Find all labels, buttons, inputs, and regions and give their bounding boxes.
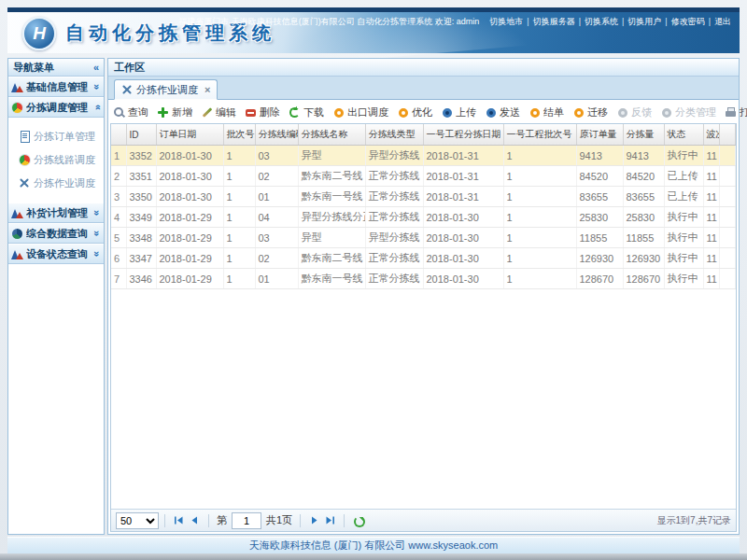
table-cell: 已上传 xyxy=(664,187,703,207)
table-cell: 02 xyxy=(255,248,298,269)
row-number-cell: 7 xyxy=(111,269,126,289)
tab-sorting-job[interactable]: 分拣作业调度 × xyxy=(114,79,218,100)
optimize-button[interactable]: 优化 xyxy=(397,105,432,119)
refresh-button[interactable] xyxy=(353,514,368,526)
chart-icon xyxy=(11,248,23,260)
sidebar-group-data-query[interactable]: 综合数据查询» xyxy=(8,223,104,244)
column-header: 原订单量 xyxy=(576,124,623,146)
table-cell-filler xyxy=(719,269,735,289)
first-page-button[interactable] xyxy=(174,515,184,525)
table-cell: 1 xyxy=(223,187,255,207)
migrate-button[interactable]: 迁移 xyxy=(572,105,608,119)
table-cell: 异型分拣线 xyxy=(365,146,423,166)
switch-city-link[interactable]: 切换地市 xyxy=(489,17,523,26)
table-cell: 3346 xyxy=(126,269,156,289)
table-cell: 异型 xyxy=(298,146,365,166)
sidebar-group-label: 补货计划管理 xyxy=(26,206,94,220)
table-cell: 01 xyxy=(255,187,298,207)
table-cell-filler xyxy=(719,146,735,166)
table-cell: 黔东南二号线 xyxy=(298,166,365,187)
page-size-select[interactable]: 50 xyxy=(116,512,159,529)
sidebar-item-sorting-route[interactable]: 分拣线路调度 xyxy=(8,148,104,172)
table-cell: 黔东南一号线 xyxy=(298,187,365,207)
table-cell: 正常分拣线 xyxy=(365,187,423,207)
print-button[interactable]: 打印 xyxy=(725,105,747,119)
search-button[interactable]: 查询 xyxy=(113,105,148,119)
header-welcome-text: 福建省厦门市 天海欧康科技信息(厦门)有限公司 自动化分拣管理系统 欢迎: ad… xyxy=(178,16,479,28)
toolbar: 查询新增编辑删除下载出口调度优化上传发送结单迁移反馈分类管理打印帮助 xyxy=(108,100,739,124)
table-cell: 126930 xyxy=(623,248,664,269)
page-number-input[interactable] xyxy=(232,512,261,529)
table-cell: 1 xyxy=(223,228,255,248)
table-cell: 1 xyxy=(503,146,576,166)
main-panel: 工作区 分拣作业调度 × 查询新增编辑删除下载出口调度优化上传发送结单迁移反馈分… xyxy=(107,58,740,535)
sidebar-item-sorting-order[interactable]: 分拣订单管理 xyxy=(8,125,104,148)
table-row[interactable]: 333502018-01-30101黔东南一号线正常分拣线2018-01-311… xyxy=(111,187,736,207)
table-cell: 2018-01-30 xyxy=(156,146,223,166)
logout-link[interactable]: 退出 xyxy=(714,17,731,26)
close-order-button[interactable]: 结单 xyxy=(529,105,564,119)
feedback-button: 反馈 xyxy=(616,105,652,119)
sidebar-group-sorting-dispatch[interactable]: 分拣调度管理» xyxy=(8,97,104,118)
sidebar-group-label: 综合数据查询 xyxy=(26,227,94,241)
table-row[interactable]: 633472018-01-29102黔东南二号线正常分拣线2018-01-301… xyxy=(111,248,736,269)
table-cell: 执行中 xyxy=(664,269,703,289)
table-cell: 执行中 xyxy=(664,248,703,269)
upload-button[interactable]: 上传 xyxy=(441,105,476,119)
change-password-link[interactable]: 修改密码 xyxy=(671,17,705,26)
next-page-button[interactable] xyxy=(309,515,319,525)
export-dispatch-button[interactable]: 出口调度 xyxy=(332,105,388,119)
send-button[interactable]: 发送 xyxy=(485,105,520,119)
switch-system-link[interactable]: 切换系统 xyxy=(585,17,618,26)
sidebar-group-label: 分拣调度管理 xyxy=(26,101,94,115)
sidebar-group-replenish-plan[interactable]: 补货计划管理» xyxy=(8,203,104,223)
footer-bar: 天海欧康科技信息 (厦门) 有限公司 www.skyseaok.com xyxy=(7,537,740,553)
toolbar-button-label: 优化 xyxy=(412,105,432,119)
table-row[interactable]: 733462018-01-29101黔东南一号线正常分拣线2018-01-301… xyxy=(111,269,736,289)
feedback-icon xyxy=(616,106,628,119)
download-button[interactable]: 下载 xyxy=(289,105,324,119)
link-separator: | xyxy=(579,17,581,26)
add-button[interactable]: 新增 xyxy=(157,105,192,119)
column-header-filler xyxy=(719,124,735,146)
table-cell: 正常分拣线 xyxy=(365,207,423,228)
edit-button[interactable]: 编辑 xyxy=(201,105,236,119)
sidebar-item-sorting-job[interactable]: 分拣作业调度 xyxy=(8,172,104,195)
link-separator: | xyxy=(665,17,667,26)
table-cell: 03 xyxy=(255,146,298,166)
sidebar-collapse-button[interactable]: « xyxy=(93,59,99,76)
table-cell: 1 xyxy=(223,166,255,187)
table-cell: 11 xyxy=(703,248,719,269)
delete-button[interactable]: 删除 xyxy=(245,105,280,119)
table-row[interactable]: 433492018-01-29104异型分拣线分正常烟正常分拣线2018-01-… xyxy=(111,207,736,228)
toolbar-button-label: 迁移 xyxy=(587,105,608,119)
table-cell: 11 xyxy=(703,207,719,228)
switch-user-link[interactable]: 切换用户 xyxy=(627,17,661,26)
table-cell: 3351 xyxy=(126,166,156,187)
pie-icon xyxy=(19,154,31,166)
toolbar-button-label: 发送 xyxy=(500,105,520,119)
sidebar-group-basic-info[interactable]: 基础信息管理» xyxy=(8,77,104,97)
prev-page-button[interactable] xyxy=(190,515,200,525)
separator xyxy=(164,514,165,527)
switch-server-link[interactable]: 切换服务器 xyxy=(533,17,575,26)
column-header: 波次号 xyxy=(703,124,719,146)
migrate-icon xyxy=(572,106,585,119)
table-cell: 异型 xyxy=(298,228,365,248)
sidebar-group-device-status[interactable]: 设备状态查询» xyxy=(8,244,104,264)
edit-icon xyxy=(201,106,213,119)
table-row[interactable]: 133522018-01-30103异型异型分拣线2018-01-3119413… xyxy=(111,146,736,166)
row-number-cell: 1 xyxy=(111,146,126,166)
table-cell: 11 xyxy=(703,146,719,166)
table-row[interactable]: 533482018-01-29103异型异型分拣线2018-01-3011185… xyxy=(111,228,736,248)
table-cell: 正常分拣线 xyxy=(365,248,423,269)
link-separator: | xyxy=(527,17,529,26)
table-cell: 128670 xyxy=(576,269,623,289)
table-cell-filler xyxy=(719,187,735,207)
table-cell: 2018-01-29 xyxy=(156,248,223,269)
table-cell: 2018-01-30 xyxy=(423,269,503,289)
tab-close-icon[interactable]: × xyxy=(204,84,210,95)
chevron-up-icon: » xyxy=(92,105,103,110)
last-page-button[interactable] xyxy=(325,515,335,525)
table-row[interactable]: 233512018-01-30102黔东南二号线正常分拣线2018-01-311… xyxy=(111,166,736,187)
